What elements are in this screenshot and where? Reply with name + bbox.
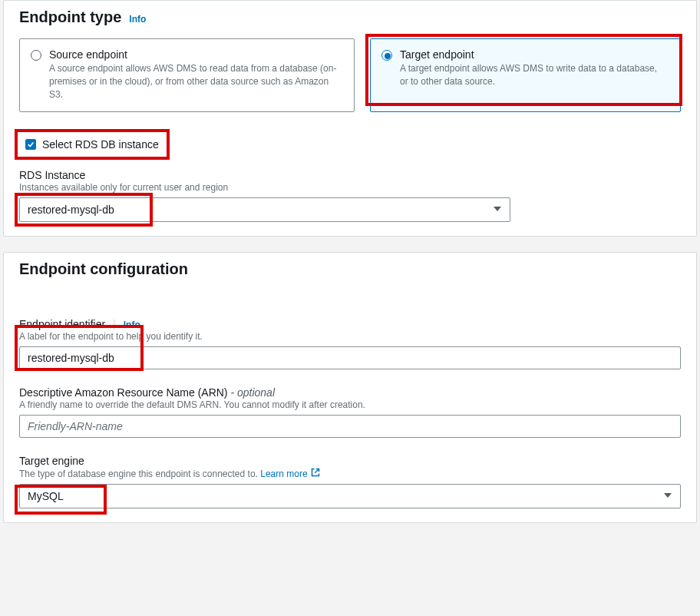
arn-input[interactable] [19,415,681,438]
radio-icon [381,50,392,61]
chevron-down-icon [663,490,672,502]
endpoint-config-title: Endpoint configuration [19,260,188,278]
arn-help: A friendly name to override the default … [19,399,681,410]
source-endpoint-radio-card[interactable]: Source endpoint A source endpoint allows… [19,38,355,112]
select-rds-checkbox[interactable]: Select RDS DB instance [19,134,165,155]
endpoint-type-title: Endpoint type [19,8,121,26]
endpoint-id-label: Endpoint identifier [19,318,105,330]
rds-instance-help: Instances available only for current use… [19,182,681,193]
endpoint-id-input[interactable] [19,346,681,369]
endpoint-id-info-link[interactable]: Info [124,320,140,330]
endpoint-type-panel: Endpoint type Info Source endpoint A sou… [3,0,697,237]
source-endpoint-title: Source endpoint [49,48,342,61]
target-engine-select[interactable]: MySQL [19,484,681,508]
source-endpoint-desc: A source endpoint allows AWS DMS to read… [49,62,342,101]
target-engine-label: Target engine [19,455,681,467]
rds-instance-value: restored-mysql-db [28,204,114,216]
rds-instance-label: RDS Instance [19,169,681,181]
select-rds-label: Select RDS DB instance [42,138,159,151]
external-link-icon [311,468,320,479]
target-endpoint-radio-card[interactable]: Target endpoint A target endpoint allows… [370,38,681,112]
arn-label: Descriptive Amazon Resource Name (ARN) [19,386,228,399]
endpoint-config-panel: Endpoint configuration Endpoint identifi… [3,252,697,523]
target-engine-help: The type of database engine this endpoin… [19,469,258,479]
rds-instance-select[interactable]: restored-mysql-db [19,197,510,222]
svg-line-0 [315,469,319,473]
target-endpoint-desc: A target endpoint allows AWS DMS to writ… [400,62,668,88]
target-endpoint-title: Target endpoint [400,48,668,61]
endpoint-id-help: A label for the endpoint to help you ide… [19,331,681,342]
checkbox-checked-icon [25,139,36,150]
arn-optional: - optional [230,386,275,399]
target-engine-value: MySQL [28,490,64,502]
learn-more-link[interactable]: Learn more [260,468,319,479]
radio-icon [31,50,41,61]
endpoint-type-info-link[interactable]: Info [129,14,146,25]
chevron-down-icon [493,204,502,216]
